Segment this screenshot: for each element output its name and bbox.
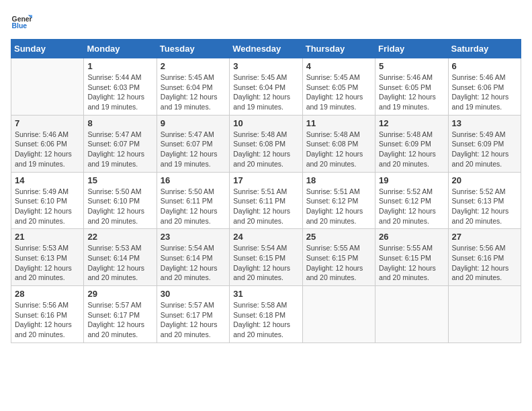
weekday-friday: Friday: [375, 40, 448, 58]
day-info: Sunrise: 5:47 AM Sunset: 6:07 PM Dayligh…: [87, 130, 152, 169]
svg-text:General: General: [12, 15, 32, 23]
day-number: 3: [233, 61, 298, 71]
day-info: Sunrise: 5:48 AM Sunset: 6:09 PM Dayligh…: [379, 130, 444, 169]
day-info: Sunrise: 5:51 AM Sunset: 6:11 PM Dayligh…: [233, 187, 298, 226]
day-info: Sunrise: 5:57 AM Sunset: 6:17 PM Dayligh…: [87, 300, 152, 340]
weekday-header-row: SundayMondayTuesdayWednesdayThursdayFrid…: [11, 40, 521, 58]
day-number: 11: [306, 118, 371, 128]
day-number: 30: [161, 289, 226, 299]
day-number: 7: [15, 118, 80, 128]
day-info: Sunrise: 5:52 AM Sunset: 6:13 PM Dayligh…: [452, 187, 517, 226]
day-info: Sunrise: 5:46 AM Sunset: 6:05 PM Dayligh…: [379, 73, 444, 112]
day-number: 14: [15, 175, 80, 185]
day-number: 6: [452, 61, 517, 71]
calendar-cell: 21Sunrise: 5:53 AM Sunset: 6:13 PM Dayli…: [11, 229, 84, 286]
calendar-cell: 20Sunrise: 5:52 AM Sunset: 6:13 PM Dayli…: [448, 172, 521, 229]
svg-text:Blue: Blue: [12, 22, 28, 30]
day-info: Sunrise: 5:54 AM Sunset: 6:15 PM Dayligh…: [233, 243, 298, 283]
day-number: 31: [233, 289, 298, 299]
calendar-cell: 27Sunrise: 5:56 AM Sunset: 6:16 PM Dayli…: [448, 229, 521, 286]
calendar-body: 1Sunrise: 5:44 AM Sunset: 6:03 PM Daylig…: [11, 58, 521, 343]
day-number: 23: [161, 232, 226, 242]
day-info: Sunrise: 5:52 AM Sunset: 6:12 PM Dayligh…: [379, 187, 444, 226]
day-info: Sunrise: 5:50 AM Sunset: 6:11 PM Dayligh…: [161, 187, 226, 226]
calendar-cell: 5Sunrise: 5:46 AM Sunset: 6:05 PM Daylig…: [375, 58, 448, 116]
calendar-cell: 22Sunrise: 5:53 AM Sunset: 6:14 PM Dayli…: [84, 229, 157, 286]
calendar-table: SundayMondayTuesdayWednesdayThursdayFrid…: [11, 39, 521, 343]
day-number: 9: [161, 118, 226, 128]
weekday-thursday: Thursday: [302, 40, 375, 58]
day-info: Sunrise: 5:56 AM Sunset: 6:16 PM Dayligh…: [15, 300, 80, 340]
calendar-cell: 8Sunrise: 5:47 AM Sunset: 6:07 PM Daylig…: [84, 115, 157, 172]
calendar-cell: 10Sunrise: 5:48 AM Sunset: 6:08 PM Dayli…: [230, 115, 302, 172]
calendar-week-5: 28Sunrise: 5:56 AM Sunset: 6:16 PM Dayli…: [11, 286, 521, 343]
weekday-saturday: Saturday: [448, 40, 521, 58]
day-number: 20: [452, 175, 517, 185]
calendar-cell: 23Sunrise: 5:54 AM Sunset: 6:14 PM Dayli…: [157, 229, 229, 286]
day-info: Sunrise: 5:48 AM Sunset: 6:08 PM Dayligh…: [306, 130, 371, 169]
day-info: Sunrise: 5:44 AM Sunset: 6:03 PM Dayligh…: [87, 73, 152, 112]
calendar-cell: 26Sunrise: 5:55 AM Sunset: 6:15 PM Dayli…: [375, 229, 448, 286]
calendar-cell: [302, 286, 375, 343]
day-number: 19: [379, 175, 444, 185]
day-number: 1: [87, 61, 152, 71]
day-number: 27: [452, 232, 517, 242]
day-number: 29: [87, 289, 152, 299]
day-number: 22: [87, 232, 152, 242]
calendar-cell: 11Sunrise: 5:48 AM Sunset: 6:08 PM Dayli…: [302, 115, 375, 172]
day-number: 24: [233, 232, 298, 242]
calendar-cell: [448, 286, 521, 343]
calendar-cell: [11, 58, 84, 116]
calendar-cell: 30Sunrise: 5:57 AM Sunset: 6:17 PM Dayli…: [157, 286, 229, 343]
calendar-cell: 1Sunrise: 5:44 AM Sunset: 6:03 PM Daylig…: [84, 58, 157, 116]
calendar-cell: 25Sunrise: 5:55 AM Sunset: 6:15 PM Dayli…: [302, 229, 375, 286]
calendar-cell: 29Sunrise: 5:57 AM Sunset: 6:17 PM Dayli…: [84, 286, 157, 343]
day-info: Sunrise: 5:46 AM Sunset: 6:06 PM Dayligh…: [452, 73, 517, 112]
page-header: General Blue: [11, 11, 521, 32]
day-number: 17: [233, 175, 298, 185]
day-info: Sunrise: 5:54 AM Sunset: 6:14 PM Dayligh…: [161, 243, 226, 283]
day-info: Sunrise: 5:55 AM Sunset: 6:15 PM Dayligh…: [379, 243, 444, 283]
calendar-cell: 7Sunrise: 5:46 AM Sunset: 6:06 PM Daylig…: [11, 115, 84, 172]
day-number: 5: [379, 61, 444, 71]
day-info: Sunrise: 5:45 AM Sunset: 6:05 PM Dayligh…: [306, 73, 371, 112]
calendar-week-3: 14Sunrise: 5:49 AM Sunset: 6:10 PM Dayli…: [11, 172, 521, 229]
day-number: 21: [15, 232, 80, 242]
weekday-tuesday: Tuesday: [157, 40, 229, 58]
calendar-cell: 4Sunrise: 5:45 AM Sunset: 6:05 PM Daylig…: [302, 58, 375, 116]
day-number: 25: [306, 232, 371, 242]
calendar-cell: 3Sunrise: 5:45 AM Sunset: 6:04 PM Daylig…: [230, 58, 302, 116]
day-info: Sunrise: 5:57 AM Sunset: 6:17 PM Dayligh…: [161, 300, 226, 340]
logo: General Blue: [11, 11, 35, 32]
day-info: Sunrise: 5:51 AM Sunset: 6:12 PM Dayligh…: [306, 187, 371, 226]
day-info: Sunrise: 5:56 AM Sunset: 6:16 PM Dayligh…: [452, 243, 517, 283]
calendar-week-4: 21Sunrise: 5:53 AM Sunset: 6:13 PM Dayli…: [11, 229, 521, 286]
day-number: 18: [306, 175, 371, 185]
calendar-cell: 16Sunrise: 5:50 AM Sunset: 6:11 PM Dayli…: [157, 172, 229, 229]
day-info: Sunrise: 5:49 AM Sunset: 6:10 PM Dayligh…: [15, 187, 80, 226]
day-number: 13: [452, 118, 517, 128]
calendar-cell: 13Sunrise: 5:49 AM Sunset: 6:09 PM Dayli…: [448, 115, 521, 172]
calendar-cell: 24Sunrise: 5:54 AM Sunset: 6:15 PM Dayli…: [230, 229, 302, 286]
day-number: 10: [233, 118, 298, 128]
calendar-cell: 15Sunrise: 5:50 AM Sunset: 6:10 PM Dayli…: [84, 172, 157, 229]
weekday-sunday: Sunday: [11, 40, 84, 58]
day-info: Sunrise: 5:48 AM Sunset: 6:08 PM Dayligh…: [233, 130, 298, 169]
calendar-cell: 6Sunrise: 5:46 AM Sunset: 6:06 PM Daylig…: [448, 58, 521, 116]
day-number: 2: [161, 61, 226, 71]
weekday-wednesday: Wednesday: [230, 40, 302, 58]
calendar-cell: 28Sunrise: 5:56 AM Sunset: 6:16 PM Dayli…: [11, 286, 84, 343]
day-number: 12: [379, 118, 444, 128]
calendar-cell: 12Sunrise: 5:48 AM Sunset: 6:09 PM Dayli…: [375, 115, 448, 172]
day-info: Sunrise: 5:47 AM Sunset: 6:07 PM Dayligh…: [161, 130, 226, 169]
calendar-cell: 18Sunrise: 5:51 AM Sunset: 6:12 PM Dayli…: [302, 172, 375, 229]
calendar-week-1: 1Sunrise: 5:44 AM Sunset: 6:03 PM Daylig…: [11, 58, 521, 116]
day-number: 15: [87, 175, 152, 185]
calendar-week-2: 7Sunrise: 5:46 AM Sunset: 6:06 PM Daylig…: [11, 115, 521, 172]
day-info: Sunrise: 5:45 AM Sunset: 6:04 PM Dayligh…: [161, 73, 226, 112]
calendar-cell: 19Sunrise: 5:52 AM Sunset: 6:12 PM Dayli…: [375, 172, 448, 229]
day-number: 26: [379, 232, 444, 242]
calendar-cell: 17Sunrise: 5:51 AM Sunset: 6:11 PM Dayli…: [230, 172, 302, 229]
day-info: Sunrise: 5:53 AM Sunset: 6:13 PM Dayligh…: [15, 243, 80, 283]
day-number: 16: [161, 175, 226, 185]
